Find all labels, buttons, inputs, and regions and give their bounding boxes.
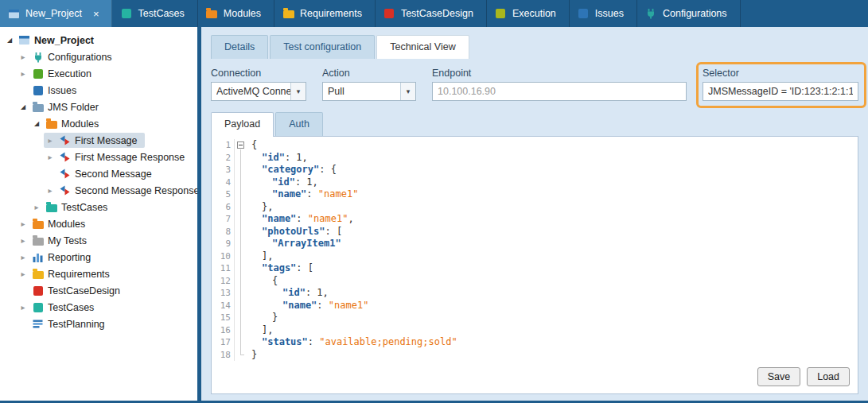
tree-item-second-message[interactable]: Second Message — [0, 165, 197, 182]
code-text[interactable]: ], — [247, 324, 273, 337]
code-text[interactable]: ], — [247, 250, 273, 263]
fold-line — [235, 164, 247, 176]
tab-configurations[interactable]: Configurations — [637, 0, 741, 27]
tree-item-requirements[interactable]: ▸Requirements — [0, 265, 197, 282]
tree-item-testcasedesign[interactable]: TestCaseDesign — [0, 282, 197, 299]
expand-arrow-icon[interactable]: ▸ — [45, 153, 55, 161]
collapse-arrow-icon[interactable]: ◢ — [5, 37, 14, 44]
line-number: 14 — [212, 300, 235, 312]
tree-item-testcases[interactable]: ▸TestCases — [0, 199, 197, 215]
tree-item-label: Modules — [48, 219, 85, 230]
tree-item-modules[interactable]: ◢Modules — [0, 115, 197, 132]
code-line: 10], — [212, 250, 858, 263]
tree-item-label: My Tests — [48, 235, 87, 246]
tree-item-jms-folder[interactable]: ◢JMS Folder — [0, 99, 197, 115]
collapse-arrow-icon[interactable]: ◢ — [32, 121, 41, 127]
tab-label: Modules — [224, 8, 261, 19]
expand-arrow-icon[interactable]: ▸ — [45, 137, 55, 145]
tree-item-testplanning[interactable]: TestPlanning — [0, 316, 197, 332]
endpoint-input[interactable] — [432, 82, 687, 101]
code-line: 1{ — [212, 139, 858, 152]
code-text[interactable]: "status": "available;pending;sold" — [247, 336, 457, 349]
expand-arrow-icon[interactable]: ▸ — [18, 53, 28, 61]
tab-new-project[interactable]: New_Project× — [0, 0, 112, 27]
tab-payload[interactable]: Payload — [211, 112, 274, 137]
second-message-response-icon — [59, 185, 71, 196]
selector-input[interactable] — [703, 82, 858, 101]
tab-auth[interactable]: Auth — [275, 112, 323, 136]
tab-execution[interactable]: Execution — [487, 0, 570, 27]
connection-select[interactable]: ActiveMQ Conne ▾ — [211, 82, 306, 101]
code-text[interactable]: "tags": [ — [247, 262, 313, 275]
code-text[interactable]: "name": "name1" — [247, 300, 368, 312]
action-label: Action — [322, 68, 416, 79]
code-text[interactable]: "id": 1, — [247, 176, 318, 189]
code-text[interactable]: { — [247, 275, 278, 288]
testcases-icon — [120, 8, 132, 19]
expand-arrow-icon[interactable]: ▸ — [18, 254, 28, 262]
tab-details[interactable]: Details — [211, 35, 268, 59]
tab-testcasedesign[interactable]: TestCaseDesign — [376, 0, 487, 27]
line-number: 5 — [212, 188, 235, 201]
tree-item-first-message[interactable]: ▸First Message — [0, 132, 197, 149]
action-field-group: Action Pull ▾ — [322, 68, 416, 101]
connection-label: Connection — [211, 68, 306, 79]
code-text[interactable]: }, — [247, 201, 273, 214]
tab-technical-view[interactable]: Technical View — [376, 35, 469, 59]
testcasedesign-icon — [383, 8, 395, 19]
code-text[interactable]: } — [247, 312, 278, 324]
code-text[interactable]: { — [247, 139, 257, 152]
action-select[interactable]: Pull ▾ — [322, 82, 416, 101]
line-number: 10 — [212, 250, 235, 263]
code-line: 16], — [212, 324, 858, 337]
fold-collapse-icon[interactable] — [235, 139, 247, 152]
tree-item-configurations[interactable]: ▸Configurations — [0, 48, 197, 65]
code-text[interactable]: "name": "name1", — [247, 213, 354, 226]
application-window: New_Project×TestCasesModulesRequirements… — [0, 0, 868, 403]
line-number: 1 — [212, 139, 235, 152]
code-line: 6}, — [212, 201, 858, 214]
code-text[interactable]: "name": "name1" — [247, 188, 358, 201]
jms-folder-icon — [32, 102, 44, 113]
expand-arrow-icon[interactable]: ▸ — [18, 220, 28, 228]
code-text[interactable]: "photoUrls": [ — [247, 226, 342, 238]
code-text[interactable]: "ArrayItem1" — [247, 238, 341, 250]
code-text[interactable]: } — [247, 349, 257, 362]
code-line: 17"status": "available;pending;sold" — [212, 336, 858, 349]
tree-item-label: TestCaseDesign — [48, 285, 120, 296]
tree-item-modules[interactable]: ▸Modules — [0, 215, 197, 232]
dropdown-arrow-icon: ▾ — [400, 83, 415, 100]
tree-item-issues[interactable]: Issues — [0, 82, 197, 99]
save-button[interactable]: Save — [757, 367, 801, 386]
tab-label: Configurations — [663, 8, 727, 19]
selector-field-group: Selector — [703, 68, 858, 101]
fold-line — [235, 250, 247, 263]
code-text[interactable]: "id": 1, — [247, 152, 308, 165]
tree-item-testcases[interactable]: ▸TestCases — [0, 299, 197, 316]
tab-test-configuration[interactable]: Test configuration — [270, 35, 375, 59]
code-text[interactable]: "category": { — [247, 164, 337, 176]
tree-item-new-project[interactable]: ◢New_Project — [0, 32, 197, 48]
expand-arrow-icon[interactable]: ▸ — [18, 270, 28, 278]
tree-item-label: New_Project — [34, 35, 94, 46]
expand-arrow-icon[interactable]: ▸ — [18, 70, 28, 78]
tree-item-my-tests[interactable]: ▸My Tests — [0, 232, 197, 249]
tab-modules[interactable]: Modules — [198, 0, 274, 27]
collapse-arrow-icon[interactable]: ◢ — [18, 104, 28, 110]
expand-arrow-icon[interactable]: ▸ — [18, 304, 28, 312]
tree-item-second-message-response[interactable]: ▸Second Message Response — [0, 182, 197, 199]
load-button[interactable]: Load — [807, 367, 850, 386]
expand-arrow-icon[interactable]: ▸ — [32, 203, 41, 211]
expand-arrow-icon[interactable]: ▸ — [45, 187, 55, 195]
tab-testcases[interactable]: TestCases — [112, 0, 197, 27]
tab-issues[interactable]: Issues — [570, 0, 637, 27]
code-text[interactable]: "id": 1, — [247, 287, 329, 300]
expand-arrow-icon[interactable]: ▸ — [18, 237, 28, 245]
close-tab-icon[interactable]: × — [93, 8, 99, 20]
tab-requirements[interactable]: Requirements — [274, 0, 376, 27]
action-value: Pull — [328, 86, 344, 97]
tree-item-reporting[interactable]: ▸Reporting — [0, 249, 197, 265]
tree-item-execution[interactable]: ▸Execution — [0, 65, 197, 82]
tree-item-first-message-response[interactable]: ▸First Message Response — [0, 149, 197, 165]
tree-item-label: TestCases — [48, 302, 94, 313]
